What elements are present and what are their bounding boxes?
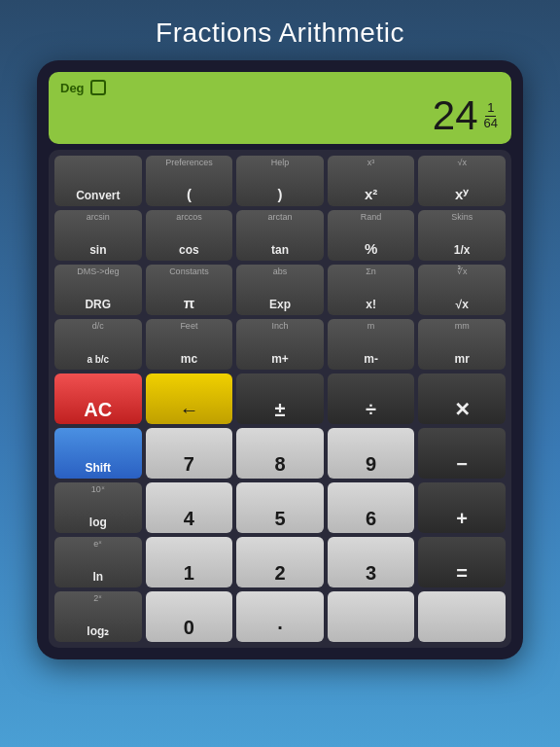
mr-button[interactable]: mmmr [418,319,506,370]
exp-sub-label: abs [236,267,324,277]
mplus-sub-label: Inch [236,322,324,332]
6-button[interactable]: 6 [328,482,415,533]
tan-label: tan [271,244,289,256]
7-button[interactable]: 7 [146,428,233,479]
ln-sub-label: eˣ [54,540,142,550]
plus-button[interactable]: + [418,482,506,533]
5-button[interactable]: 5 [236,482,324,533]
abc-button[interactable]: d/ca b/c [54,319,142,370]
6-label: 6 [366,509,376,528]
pi-label: π [184,296,194,310]
fact-button[interactable]: Σnx! [328,265,415,315]
display-indicator [90,80,106,95]
sin-button[interactable]: arcsinsin [54,210,142,261]
5-label: 5 [274,509,285,528]
xy-button[interactable]: √xxʸ [418,156,506,206]
drg-sub-label: DMS->deg [54,267,142,277]
x2-button[interactable]: x³x² [328,156,415,206]
divide-label: ÷ [366,400,376,419]
drg-button[interactable]: DMS->degDRG [54,265,142,315]
9-label: 9 [366,454,376,474]
multiply-label: ✕ [454,400,471,419]
ac-button[interactable]: AC [54,374,142,424]
ac-label: AC [84,400,112,419]
plusminus-button[interactable]: ± [236,374,324,424]
2-button[interactable]: 2 [236,537,324,587]
sqrt-label: √x [456,299,469,310]
log2-button[interactable]: 2ˣlog₂ [54,591,142,642]
minus-label: − [456,454,468,474]
sin-sub-label: arcsin [54,213,142,223]
mc-sub-label: Feet [146,322,233,332]
mr-label: mr [455,353,470,365]
calculator-body: ConvertPreferences(Help)x³x²√xxʸarcsinsi… [49,150,511,648]
mminus-button[interactable]: mm- [328,319,415,370]
exp-label: Exp [269,299,291,310]
exp-button[interactable]: absExp [236,265,324,315]
page-title: Fractions Arithmetic [156,0,404,60]
mc-label: mc [181,353,197,365]
shift-label: Shift [85,462,111,474]
close-paren-sub-label: Help [236,159,324,168]
mminus-label: m- [364,353,378,365]
sin-label: sin [89,244,106,256]
close-paren-button[interactable]: Help) [236,156,324,206]
sqrt-button[interactable]: ∛x√x [418,265,506,315]
display-value: 24 1 64 [60,95,500,136]
multiply-button[interactable]: ✕ [418,374,506,424]
button-grid: ConvertPreferences(Help)x³x²√xxʸarcsinsi… [54,156,506,642]
1-label: 1 [184,563,194,583]
4-button[interactable]: 4 [146,482,233,533]
8-label: 8 [274,454,285,474]
log-button[interactable]: 10ˣlog [54,482,142,533]
convert-label: Convert [76,190,120,201]
mplus-button[interactable]: Inchm+ [236,319,324,370]
ln-button[interactable]: eˣln [54,537,142,587]
tan-sub-label: arctan [236,213,324,223]
inv-button[interactable]: Skins1/x [418,210,506,261]
backspace-label: ← [179,400,198,419]
plus-label: + [456,509,468,528]
4-label: 4 [184,509,194,528]
3-button[interactable]: 3 [328,537,415,587]
xy-label: xʸ [455,187,469,201]
log2-sub-label: 2ˣ [54,594,142,604]
open-paren-label: ( [187,187,192,201]
backspace-button[interactable]: ← [146,374,233,424]
dot-button[interactable]: · [236,591,324,642]
minus-button[interactable]: − [418,428,506,479]
empty2-button[interactable] [418,591,506,642]
cos-label: cos [179,244,199,256]
shift-button[interactable]: Shift [54,428,142,479]
0-label: 0 [184,618,194,637]
9-button[interactable]: 9 [328,428,415,479]
xy-sub-label: √x [418,159,506,168]
tan-button[interactable]: arctantan [236,210,324,261]
0-button[interactable]: 0 [146,591,233,642]
log2-label: log₂ [87,625,109,637]
device-frame: Deg 24 1 64 ConvertPreferences(Help)x³x²… [37,60,523,659]
close-paren-label: ) [277,187,282,201]
x2-label: x² [365,187,377,201]
equals-button[interactable]: = [418,537,506,587]
empty1-button[interactable] [328,591,415,642]
abc-sub-label: d/c [54,322,142,332]
2-label: 2 [274,563,285,583]
mc-button[interactable]: Feetmc [146,319,233,370]
divide-button[interactable]: ÷ [328,374,415,424]
log-label: log [89,516,107,528]
7-label: 7 [184,454,194,474]
percent-button[interactable]: Rand% [328,210,415,261]
inv-label: 1/x [454,244,471,256]
x2-sub-label: x³ [328,159,415,168]
fact-label: x! [366,299,376,310]
cos-button[interactable]: arccoscos [146,210,233,261]
1-button[interactable]: 1 [146,537,233,587]
convert-button[interactable]: Convert [54,156,142,206]
pi-button[interactable]: Constantsπ [146,265,233,315]
equals-label: = [456,563,468,583]
mminus-sub-label: m [328,322,415,332]
percent-sub-label: Rand [328,213,415,223]
8-button[interactable]: 8 [236,428,324,479]
open-paren-button[interactable]: Preferences( [146,156,233,206]
